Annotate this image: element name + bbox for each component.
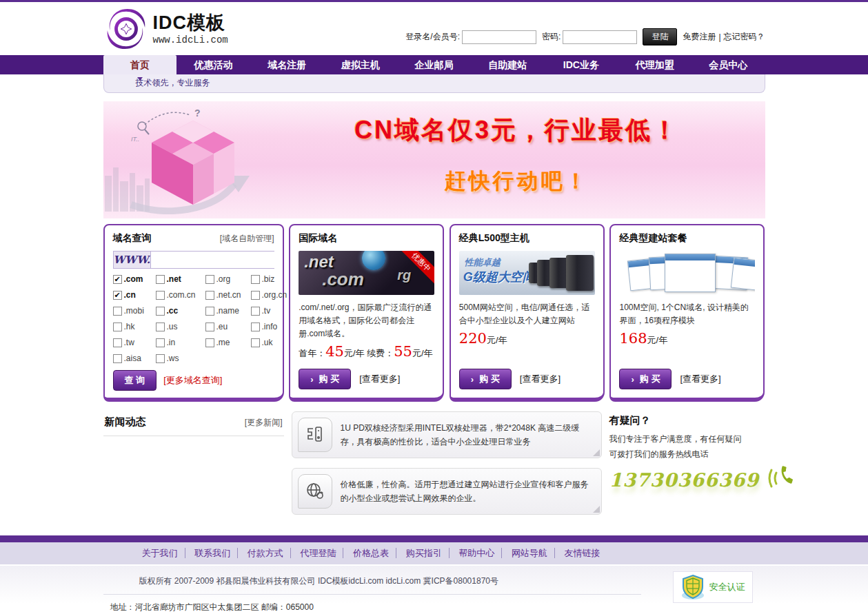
site-package-panel: 经典型建站套餐 100M空间, 1个CN域名, 设计精美的界面，16项程序模块 … [609, 224, 765, 402]
nav-item-virtual-hosting[interactable]: 虚拟主机 [324, 55, 398, 74]
slogan-text: 技术领先，专业服务 [136, 78, 210, 88]
host-image-caption1: 性能卓越 [465, 256, 501, 269]
domain-search-panel: 域名查询 [域名自助管理] WWW. ✔.com .net .org .biz … [103, 224, 284, 402]
tld-checkbox-name[interactable] [205, 307, 214, 316]
tld-checkbox-net-cn[interactable] [205, 291, 214, 300]
site-package-price: 168元/年 [619, 330, 755, 347]
header: IDC模板 www.idcLi.com 登录名/会员号: 密码: 登陆 免费注册… [103, 2, 765, 55]
site-buy-button[interactable]: ›购 买 [619, 369, 672, 389]
promo-banner[interactable]: ? IT.. CN域名仅3元，行业最低！ 赶快行动吧！ [103, 101, 765, 218]
feature-card-web[interactable]: 价格低廉，性价高。适用于想通过建立网站进行企业宣传和客户服务的小型企业或想尝试上… [292, 468, 602, 515]
footer-link-price-list[interactable]: 价格总表 [346, 548, 396, 558]
login-button[interactable]: 登陆 [643, 28, 677, 45]
tld-checkbox-net[interactable] [156, 275, 165, 284]
footer-link-help-center[interactable]: 帮助中心 [452, 548, 502, 558]
tld-checkbox-tw[interactable] [113, 338, 122, 347]
logo-swirl-icon [105, 8, 148, 50]
tld-checkbox-me[interactable] [205, 338, 214, 347]
copyright-text: 版权所有 2007-2009 祁县阳晨伟业科技有限公司 IDC模板idcLi.c… [103, 575, 641, 595]
nav-item-idc-services[interactable]: IDC业务 [545, 55, 618, 74]
footer-link-payment[interactable]: 付款方式 [241, 548, 291, 558]
renew-price: 55 [394, 343, 412, 360]
contact-line2: 可拨打我们的服务热线电话 [609, 447, 765, 462]
intl-buy-button[interactable]: ›购 买 [299, 369, 351, 389]
footer-link-agent-login[interactable]: 代理登陆 [293, 548, 343, 558]
tld-checkbox-cc[interactable] [156, 307, 165, 316]
tld-checkbox-tv[interactable] [251, 307, 260, 316]
tld-checkbox-info[interactable] [251, 323, 260, 331]
password-input[interactable] [563, 30, 637, 44]
domain-search-button[interactable]: 查 询 [113, 370, 157, 391]
buy-arrow-icon: › [471, 374, 474, 385]
com-3d-text: .com [322, 269, 364, 290]
logo[interactable]: IDC模板 www.idcLi.com [105, 8, 228, 50]
tld-checkbox-eu[interactable] [205, 323, 214, 331]
globe-icon [298, 474, 332, 509]
tld-checkbox-hk[interactable] [113, 323, 122, 331]
nav-item-member-center[interactable]: 会员中心 [692, 55, 765, 74]
domain-search-title: 域名查询 [113, 232, 152, 245]
tld-checkbox-com[interactable]: ✔ [113, 275, 122, 284]
host-price-value: 220 [459, 330, 487, 347]
nav-item-site-builder[interactable]: 自助建站 [471, 55, 545, 74]
username-input[interactable] [462, 30, 536, 44]
site-title: IDC模板 [153, 12, 228, 33]
host-image-caption2: G级超大空间 [463, 269, 535, 285]
tld-options: ✔.com .net .org .biz ✔.cn .com.cn .net.c… [113, 274, 274, 363]
feature-card-server[interactable]: 1U PD双核经济型采用INTEL双核处理器，带2*2048K 高速二级缓存，具… [292, 411, 602, 458]
more-news-link[interactable]: [更多新闻] [245, 417, 283, 429]
svg-text:?: ? [194, 108, 201, 119]
tld-checkbox-mobi[interactable] [113, 307, 122, 316]
footer-link-about[interactable]: 关于我们 [135, 548, 185, 558]
tld-checkbox-org[interactable] [205, 275, 214, 284]
nav-item-enterprise-mail[interactable]: 企业邮局 [397, 55, 471, 74]
first-year-price: 45 [325, 343, 344, 360]
footer-link-buy-guide[interactable]: 购买指引 [399, 548, 450, 558]
domain-input[interactable] [150, 252, 278, 268]
host-image: 性能卓越 G级超大空间 [459, 251, 595, 295]
footer-link-friendly[interactable]: 友情链接 [558, 548, 607, 558]
website-thumb [731, 258, 755, 291]
feature-text: 价格低廉，性价高。适用于想通过建立网站进行企业宣传和客户服务的小型企业或想尝试上… [341, 478, 596, 505]
banner-subline: 赶快行动吧！ [276, 167, 758, 196]
more-domain-search-link[interactable]: [更多域名查询] [163, 374, 222, 387]
cube-illustration: ? IT.. [103, 101, 283, 218]
tld-checkbox-us[interactable] [156, 323, 165, 331]
domain-input-group: WWW. [113, 251, 274, 269]
tld-checkbox-com-cn[interactable] [156, 291, 165, 300]
site-more-link[interactable]: [查看更多] [680, 373, 720, 385]
address-line: 地址：河北省廊坊市广阳区中太集团二区 邮编：065000 [103, 600, 765, 614]
tld-checkbox-ws[interactable] [156, 354, 165, 363]
buy-arrow-icon: › [310, 374, 313, 385]
tld-checkbox-uk[interactable] [251, 338, 260, 347]
host-panel: 经典L500型主机 性能卓越 G级超大空间 500M网站空间，电信/网通任选，适… [450, 224, 605, 402]
tld-checkbox-in[interactable] [156, 338, 165, 347]
footer-link-sitemap[interactable]: 网站导航 [505, 548, 555, 558]
host-title: 经典L500型主机 [459, 232, 529, 245]
phone-icon [765, 464, 795, 495]
security-badge-label: 安全认证 [709, 581, 745, 593]
nav-item-domain-registration[interactable]: 域名注册 [250, 55, 324, 74]
register-link[interactable]: 免费注册 [683, 31, 716, 43]
tld-checkbox-biz[interactable] [251, 275, 260, 284]
server-icon [298, 418, 332, 452]
host-buy-button[interactable]: ›购 买 [459, 369, 512, 389]
features-section: 1U PD双核经济型采用INTEL双核处理器，带2*2048K 高速二级缓存，具… [292, 411, 602, 526]
main-nav: 首页 优惠活动 域名注册 虚拟主机 企业邮局 自助建站 IDC业务 代理加盟 会… [0, 55, 868, 74]
tld-checkbox-org-cn[interactable] [251, 291, 260, 300]
site-package-title: 经典型建站套餐 [619, 232, 687, 245]
security-badge[interactable]: 安全认证 [673, 571, 753, 603]
nav-item-promotions[interactable]: 优惠活动 [176, 55, 250, 74]
forgot-password-link[interactable]: 忘记密码？ [724, 31, 765, 43]
intl-domain-price: 首年：45元/年 续费：55元/年 [299, 343, 434, 360]
tld-checkbox-cn[interactable]: ✔ [113, 291, 122, 300]
nav-item-agents[interactable]: 代理加盟 [618, 55, 692, 74]
intl-more-link[interactable]: [查看更多] [359, 373, 400, 385]
org-3d-text: rg [397, 267, 411, 283]
footer-accent-bar [0, 535, 868, 542]
nav-item-home[interactable]: 首页 [103, 55, 177, 74]
tld-checkbox-aisa[interactable] [113, 354, 122, 363]
footer-link-contact[interactable]: 联系我们 [188, 548, 238, 558]
host-more-link[interactable]: [查看更多] [520, 373, 561, 385]
domain-self-manage-link[interactable]: [域名自助管理] [220, 233, 274, 245]
